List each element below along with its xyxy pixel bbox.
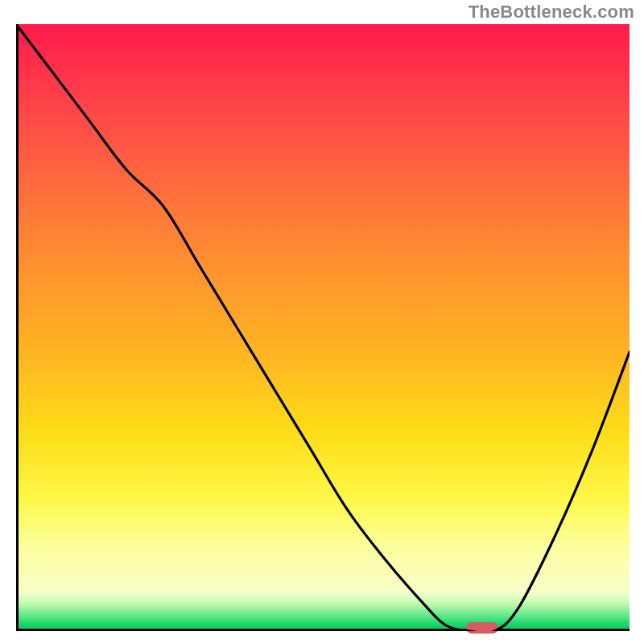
bottleneck-curve [16,24,630,631]
chart-container: TheBottleneck.com [0,0,644,644]
watermark-text: TheBottleneck.com [469,2,634,23]
plot-area [16,24,630,631]
curve-svg [16,24,630,631]
